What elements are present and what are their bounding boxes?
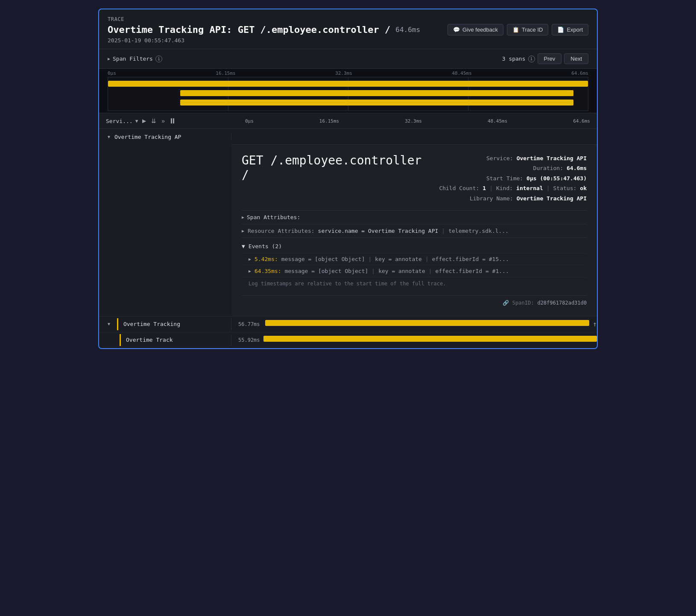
span-row-main-inner[interactable]: ▼ Overtime Tracking AP (99, 129, 597, 144)
event-2-expand: ▶ (249, 269, 251, 273)
chevron-right-icon: ▶ (108, 56, 110, 61)
event-row-2[interactable]: ▶ 64.35ms: message = [object Object] | k… (242, 265, 587, 277)
meta-duration-row: Duration: 64.6ms (439, 163, 587, 173)
trace-timestamp: 2025-01-19 00:55:47.463 (108, 37, 588, 44)
event-row-1[interactable]: ▶ 5.42ms: message = [object Object] | ke… (242, 253, 587, 265)
span-collapse-button[interactable]: ▼ (106, 134, 112, 140)
service-controls: ▶ ⇊ » (140, 117, 167, 125)
bottom-collapse-1[interactable]: ▼ (106, 321, 112, 327)
overview-bar-3 (180, 100, 574, 106)
event-1-expand: ▶ (249, 257, 251, 261)
bottom-bar-container-1 (265, 320, 590, 329)
bottom-span-row-2[interactable]: Overtime Track 55.92ms (99, 332, 597, 348)
timeline-bars-area (108, 77, 588, 111)
export-icon: 📄 (557, 26, 564, 33)
span-sections: ▶ Span Attributes: ▶ Resource Attributes… (242, 210, 587, 308)
span-id-value[interactable]: d28f961782ad31d0 (537, 300, 587, 306)
give-feedback-button[interactable]: 💬 Give feedback (447, 24, 503, 35)
pause-bar-right (173, 118, 174, 123)
bottom-bar-2 (263, 336, 597, 342)
bottom-span-row-1[interactable]: ▼ Overtime Tracking 56.77ms ↑ (99, 317, 597, 332)
overview-bar-1 (108, 81, 588, 87)
trace-id-button[interactable]: 📋 Trace ID (507, 24, 548, 35)
pause-bar-left (171, 118, 172, 123)
span-detail-top: GET /.employee.controller / Service: Ove… (242, 153, 587, 203)
spans-count: 3 spans i Prev Next (502, 53, 588, 64)
resource-attributes-section[interactable]: ▶ Resource Attributes: service.name = Ov… (242, 224, 587, 238)
events-section: ▼ Events (2) ▶ 5.42ms: message = [object… (242, 238, 587, 292)
page-title: Overtime Tracking API: GET /.employee.co… (108, 24, 390, 35)
trace-column-headers: Servi... ▼ ▶ ⇊ » 0μs 16.15ms 32.3ms 48.4… (99, 113, 597, 129)
timeline-column-header: 0μs 16.15ms 32.3ms 48.45ms 64.6ms (238, 118, 590, 124)
trace-container: Trace Overtime Tracking API: GET /.emplo… (98, 9, 598, 349)
export-button[interactable]: 📄 Export (552, 24, 588, 35)
span-detail-meta: Service: Overtime Tracking API Duration:… (439, 153, 587, 203)
collapse-button[interactable]: ⇊ (149, 117, 158, 125)
span-attributes-section[interactable]: ▶ Span Attributes: (242, 210, 587, 224)
up-arrow-icon: ↑ (593, 320, 597, 328)
events-chevron-down: ▼ (242, 243, 245, 249)
trace-duration: 64.6ms (395, 26, 420, 34)
span-filters-toggle[interactable]: ▶ Span Filters i (108, 56, 162, 62)
overview-bar-2 (180, 90, 574, 96)
timeline-overview: 0μs 16.15ms 32.3ms 48.45ms 64.6ms (99, 69, 597, 113)
span-row-main: ▼ Overtime Tracking AP GET /.employee.co… (99, 129, 597, 317)
resource-chevron: ▶ (242, 229, 244, 233)
span-attributes-chevron: ▶ (242, 215, 244, 220)
bottom-service-col-1: ▼ Overtime Tracking (99, 318, 231, 330)
span-service-name: Overtime Tracking AP (114, 134, 181, 140)
meta-service-row: Service: Overtime Tracking API (439, 153, 587, 163)
spans-info-icon[interactable]: i (528, 56, 535, 62)
link-icon: 🔗 (503, 300, 509, 306)
expand-right-button[interactable]: ▶ (140, 117, 148, 125)
events-header[interactable]: ▼ Events (2) (242, 240, 587, 253)
main-trace-area: Servi... ▼ ▶ ⇊ » 0μs 16.15ms 32.3ms 48.4… (99, 113, 597, 348)
bottom-bar-container-2 (263, 336, 597, 344)
copy-icon: 📋 (512, 26, 519, 33)
meta-child-row: Child Count: 1 | Kind: internal | Status… (439, 183, 587, 193)
span-detail-panel: GET /.employee.controller / Service: Ove… (231, 144, 597, 316)
trace-header: Trace Overtime Tracking API: GET /.emplo… (99, 9, 597, 49)
trace-label: Trace (108, 16, 588, 22)
expand-all-button[interactable]: » (160, 117, 167, 125)
span-service-col: ▼ Overtime Tracking AP (99, 134, 231, 140)
bottom-span-name-2: Overtime Track (126, 337, 173, 343)
bottom-timeline-col-2: 55.92ms (231, 332, 597, 348)
bottom-bar-1 (265, 320, 590, 326)
log-note: Log timestamps are relative to the start… (242, 277, 587, 290)
bottom-span-name-1: Overtime Tracking (123, 321, 180, 327)
feedback-icon: 💬 (453, 26, 460, 33)
yellow-indicator-1 (117, 318, 118, 330)
span-detail-title: GET /.employee.controller / (242, 153, 429, 203)
next-button[interactable]: Next (564, 53, 588, 64)
bottom-service-col-2: Overtime Track (99, 334, 231, 346)
yellow-indicator-2 (120, 334, 121, 346)
info-icon[interactable]: i (155, 56, 162, 62)
timeline-scale: 0μs 16.15ms 32.3ms 48.45ms 64.6ms (108, 69, 588, 77)
bottom-timeline-col-1: 56.77ms ↑ (231, 317, 597, 332)
trace-actions: 💬 Give feedback 📋 Trace ID 📄 Export (447, 24, 588, 35)
service-column-header: Servi... ▼ ▶ ⇊ » (106, 117, 238, 125)
span-id-row: 🔗 SpanID: d28f961782ad31d0 (242, 295, 587, 308)
meta-library-row: Library Name: Overtime Tracking API (439, 194, 587, 203)
prev-button[interactable]: Prev (538, 53, 562, 64)
meta-starttime-row: Start Time: 0μs (00:55:47.463) (439, 173, 587, 183)
span-filters-row: ▶ Span Filters i 3 spans i Prev Next (99, 49, 597, 69)
chevron-down-icon: ▼ (135, 118, 138, 124)
